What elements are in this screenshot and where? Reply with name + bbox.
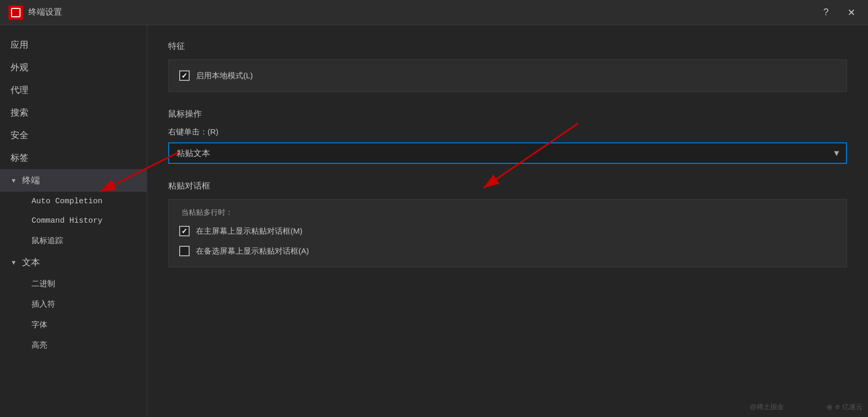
main-content: 特征 启用本地模式(L) 鼠标操作 右键单击：(R) 粘贴文本 上下文菜单 扩展… [147, 25, 868, 417]
paste-dialog-box: 当粘贴多行时： 在主屏幕上显示粘贴对话框(M) 在备选屏幕上显示粘贴对话框(A) [168, 199, 847, 267]
watermark-far-right: ⊕ ⊕ 亿速云 [826, 402, 863, 412]
features-section: 特征 启用本地模式(L) [168, 41, 847, 92]
show-alt-screen-checkbox[interactable] [179, 246, 190, 256]
right-click-dropdown[interactable]: 粘贴文本 上下文菜单 扩展标记 [168, 142, 847, 164]
window: 终端设置 ? ✕ 应用 外观 代理 搜索 安全 标签 [0, 0, 868, 417]
paste-multiline-label: 当粘贴多行时： [179, 208, 836, 217]
sidebar-item-apps[interactable]: 应用 [0, 34, 147, 56]
sidebar-item-appearance[interactable]: 外观 [0, 56, 147, 79]
insert-label: 插入符 [32, 299, 55, 309]
terminal-expand-arrow: ▼ [11, 177, 18, 184]
sidebar: 应用 外观 代理 搜索 安全 标签 ▼ 终端 Auto Completion [0, 25, 147, 417]
local-mode-label: 启用本地模式(L) [196, 71, 253, 81]
paste-dialog-section: 粘贴对话框 当粘贴多行时： 在主屏幕上显示粘贴对话框(M) 在备选屏幕上显示粘贴… [168, 181, 847, 267]
binary-label: 二进制 [32, 279, 55, 289]
highlight-label: 高亮 [32, 340, 47, 350]
mouse-ops-section: 鼠标操作 右键单击：(R) 粘贴文本 上下文菜单 扩展标记 ▼ [168, 109, 847, 164]
local-mode-row: 启用本地模式(L) [179, 68, 836, 83]
features-title: 特征 [168, 41, 847, 52]
command-history-label: Command History [32, 216, 102, 225]
help-button[interactable]: ? [819, 5, 833, 20]
show-main-screen-row: 在主屏幕上显示粘贴对话框(M) [179, 224, 836, 238]
proxy-label: 代理 [11, 84, 28, 96]
right-click-label: 右键单击：(R) [168, 127, 847, 137]
local-mode-checkbox[interactable] [179, 70, 190, 81]
sidebar-item-security[interactable]: 安全 [0, 124, 147, 147]
sidebar-item-proxy[interactable]: 代理 [0, 79, 147, 101]
sidebar-item-command-history[interactable]: Command History [0, 211, 147, 231]
font-label: 字体 [32, 320, 47, 330]
text-expand-arrow: ▼ [11, 259, 18, 266]
tabs-label: 标签 [11, 152, 28, 164]
show-main-screen-label: 在主屏幕上显示粘贴对话框(M) [196, 226, 303, 236]
watermark-text: ⊕ 亿速云 [835, 402, 863, 412]
watermark-right: @稀土掘金 [750, 402, 784, 412]
features-box: 启用本地模式(L) [168, 59, 847, 92]
app-icon-inner [11, 8, 20, 17]
mouse-track-label: 鼠标追踪 [32, 236, 63, 246]
security-label: 安全 [11, 129, 28, 141]
sidebar-item-font[interactable]: 字体 [0, 315, 147, 335]
sidebar-item-tabs[interactable]: 标签 [0, 147, 147, 169]
text-label: 文本 [22, 256, 40, 268]
sidebar-item-insert[interactable]: 插入符 [0, 294, 147, 315]
sidebar-item-highlight[interactable]: 高亮 [0, 335, 147, 356]
sidebar-item-terminal[interactable]: ▼ 终端 [0, 169, 147, 192]
show-alt-screen-label: 在备选屏幕上显示粘贴对话框(A) [196, 246, 309, 256]
sidebar-item-mouse-track[interactable]: 鼠标追踪 [0, 231, 147, 251]
show-main-screen-checkbox[interactable] [179, 226, 190, 236]
sidebar-item-search[interactable]: 搜索 [0, 101, 147, 124]
close-button[interactable]: ✕ [843, 5, 860, 20]
search-label: 搜索 [11, 107, 28, 119]
watermark-icon: ⊕ [826, 403, 833, 411]
app-icon [8, 5, 23, 20]
paste-dialog-title: 粘贴对话框 [168, 181, 847, 192]
titlebar: 终端设置 ? ✕ [0, 0, 868, 25]
terminal-label: 终端 [22, 174, 40, 186]
titlebar-left: 终端设置 [8, 5, 62, 20]
mouse-ops-title: 鼠标操作 [168, 109, 847, 120]
sidebar-item-binary[interactable]: 二进制 [0, 274, 147, 294]
sidebar-item-auto-completion[interactable]: Auto Completion [0, 192, 147, 211]
appearance-label: 外观 [11, 61, 28, 74]
titlebar-right: ? ✕ [819, 5, 860, 20]
apps-label: 应用 [11, 39, 28, 51]
sidebar-item-text[interactable]: ▼ 文本 [0, 251, 147, 274]
show-alt-screen-row: 在备选屏幕上显示粘贴对话框(A) [179, 244, 836, 258]
auto-completion-label: Auto Completion [32, 197, 102, 206]
content-area: 应用 外观 代理 搜索 安全 标签 ▼ 终端 Auto Completion [0, 25, 868, 417]
right-click-dropdown-wrapper: 粘贴文本 上下文菜单 扩展标记 ▼ [168, 142, 847, 164]
window-title: 终端设置 [28, 7, 62, 18]
